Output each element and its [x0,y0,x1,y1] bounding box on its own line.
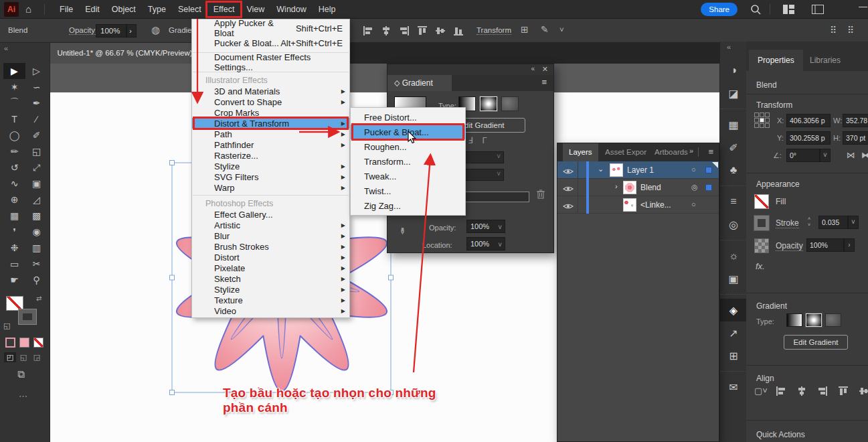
effect-menu-item-distort-transform[interactable]: Distort & Transform▶ [192,118,349,129]
pen-tool[interactable]: ✒ [25,95,48,111]
change-screen-mode-icon[interactable]: ⧉ [17,368,25,380]
home-icon[interactable]: ⌂ [25,0,31,19]
scale-tool[interactable]: ⤢ [25,159,48,175]
menubar-item-file[interactable]: File [54,0,79,19]
eyedropper-tool[interactable]: ❜ [3,224,25,240]
pencil-tool[interactable]: ✏ [3,143,25,159]
menubar-item-view[interactable]: View [240,0,270,19]
distort-submenu-item-roughen[interactable]: Roughen... [351,139,465,154]
layer-row-blend[interactable]: ›Blend◎ [557,179,719,196]
align-h-right-icon[interactable] [817,386,828,399]
fill-swatch[interactable] [754,194,769,209]
fx-effects-button[interactable]: fx. [756,261,765,271]
document-setup-icon[interactable]: ◍ [151,24,160,36]
visibility-eye-icon[interactable] [563,166,574,178]
x-input[interactable]: 406.3056 p [786,114,831,127]
transform-link[interactable]: Transform [476,26,511,35]
linear-gradient-button[interactable] [786,313,802,327]
w-input[interactable]: 352.78 p [843,114,868,127]
effect-menu-item-apply-pucker-bloat[interactable]: Apply Pucker & BloatShift+Ctrl+E [192,21,349,35]
menubar-item-type[interactable]: Type [142,0,172,19]
selection-indicator-square[interactable] [705,184,712,191]
angle-dropdown-icon[interactable]: ˅ [820,149,831,162]
comments-panel-icon[interactable]: ✉ [720,376,747,398]
perspective-grid-tool[interactable]: ◿ [25,192,48,208]
freeform-gradient-button[interactable] [501,96,519,111]
layer-thumbnail[interactable] [623,181,636,194]
free-transform-tool[interactable]: ▣ [25,175,48,192]
selection-indicator-square[interactable] [705,167,712,173]
layer-row-linke[interactable]: <Linke...○ [557,196,719,214]
transparency-panel-icon[interactable]: ◎ [720,213,747,236]
collapse-panel-icon[interactable]: « [531,65,535,72]
export-panel-icon[interactable]: ↗ [720,321,747,344]
layers-tab-layers[interactable]: Layers [563,143,598,161]
align-to-artboard-icon[interactable]: ▢˅ [754,386,768,396]
y-input[interactable]: 300.2558 p [786,131,831,145]
mesh-tool[interactable]: ▦ [3,208,25,224]
ellipse-tool[interactable]: ◯ [3,127,25,143]
effect-menu-item-brush-strokes[interactable]: Brush Strokes▶ [192,241,349,252]
stroke-link[interactable]: Stroke [776,218,799,228]
lasso-tool[interactable]: ∽ [25,79,48,95]
delete-stop-trash-icon[interactable] [536,189,545,199]
opacity-stepper[interactable]: › [126,24,137,38]
draw-inside-mode[interactable]: ◲ [31,352,43,362]
target-circle-icon[interactable]: ○ [691,200,696,208]
reverse-gradient-icon[interactable]: ℲΓ [468,135,497,145]
effect-menu-item-pixelate[interactable]: Pixelate▶ [192,263,349,273]
menubar-item-effect[interactable]: Effect [207,0,241,19]
reference-point-selector[interactable] [754,113,770,128]
more-options-chevron-icon[interactable]: ˅ [559,25,564,33]
width-tool[interactable]: ∿ [3,175,25,192]
opacity-label[interactable]: Opacity: [69,26,97,35]
effect-menu-item-path[interactable]: Path▶ [192,129,349,139]
share-button[interactable]: Share [701,3,737,16]
effect-menu-item-convert-to-shape[interactable]: Convert to Shape▶ [192,96,349,107]
grid-options-icon[interactable]: ⠿ [830,25,837,35]
distort-submenu-item-transform[interactable]: Transform... [351,154,465,169]
swatches-panel-icon[interactable]: ▦ [720,113,747,136]
effect-menu-item-sketch[interactable]: Sketch▶ [192,273,349,284]
effect-menu-item-effect-gallery[interactable]: Effect Gallery... [192,209,349,220]
curvature-tool[interactable]: ⌒ [3,95,25,111]
brushes-panel-icon[interactable]: ✐ [720,136,747,159]
align-h-left-icon[interactable] [363,25,373,39]
align-v-top-icon[interactable] [838,386,849,399]
stroke-weight-input[interactable]: 0.035 [818,216,848,229]
stroke-color-swatch[interactable] [19,309,36,324]
edit-toolbar-ellipsis-icon[interactable]: ⋯ [19,391,27,401]
panel-layout-icon[interactable] [812,5,824,14]
column-graph-tool[interactable]: ▥ [25,240,48,256]
radial-gradient-button[interactable] [480,96,497,111]
align-v-middle-icon[interactable] [435,25,446,39]
effect-menu-item-rasterize[interactable]: Rasterize... [192,150,349,161]
layer-row-layer-1[interactable]: ⌄Layer 1○ [557,161,719,179]
align-h-center-icon[interactable] [381,25,392,39]
align-h-left-icon[interactable] [776,386,786,399]
h-input[interactable]: 370 pt [843,131,868,145]
layer-thumbnail[interactable] [610,163,623,177]
distort-submenu-item-free-distort[interactable]: Free Distort... [351,110,465,125]
opacity-stepper-icon[interactable]: › [844,238,855,252]
none-button[interactable] [33,338,44,348]
stroke-weight-dropdown-icon[interactable]: ˅ [848,216,859,229]
visibility-eye-icon[interactable] [563,183,574,196]
gradient-panel-icon[interactable]: ◪ [720,82,747,104]
blend-tool[interactable]: ◉ [25,224,48,240]
swap-fill-stroke-icon[interactable]: ⇄ [36,295,41,302]
expand-chevron-icon[interactable]: ⌄ [598,165,604,173]
align-h-center-icon[interactable] [796,386,807,399]
workspace-switcher-icon[interactable] [783,5,794,14]
zoom-tool[interactable]: ⚲ [25,272,48,288]
appearance-panel-icon[interactable]: ☼ [720,244,747,267]
stroke-panel-icon[interactable]: ≡ [720,190,747,213]
line-segment-tool[interactable]: ∕ [25,111,48,127]
stop-opacity-value[interactable]: 100% [466,220,505,233]
align-v-bottom-icon[interactable] [453,25,464,39]
isolate-mode-icon[interactable]: ✎ [541,24,549,35]
effect-menu-item-video[interactable]: Video▶ [192,305,349,316]
search-icon[interactable] [750,4,761,15]
fill-color-swatch[interactable] [6,296,23,311]
effect-menu-item-texture[interactable]: Texture▶ [192,295,349,305]
